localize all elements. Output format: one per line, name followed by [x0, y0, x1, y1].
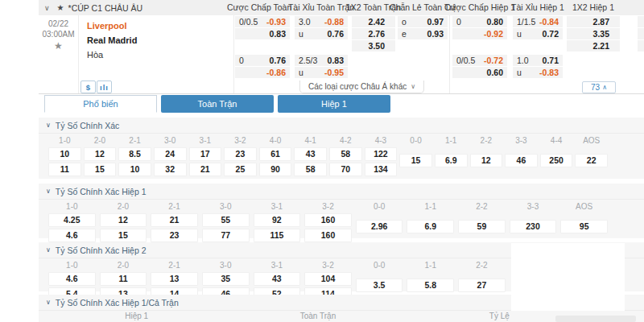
odds-cell[interactable]: 2.76 — [352, 28, 395, 39]
odds-cell[interactable]: 24 — [154, 147, 187, 161]
odds-cell[interactable]: 115 — [254, 229, 301, 242]
odds-cell[interactable]: 250 — [540, 154, 573, 167]
score-label: 3-3 — [510, 202, 557, 212]
odds-cell[interactable]: 35 — [202, 272, 250, 286]
odds-cell[interactable]: e0.93 — [398, 28, 448, 39]
odds-cell[interactable]: 3.50 — [352, 40, 395, 52]
odds-cell[interactable]: 25 — [224, 163, 257, 176]
odds-value: 0.76 — [270, 56, 286, 65]
odds-cell[interactable]: 2.96 — [356, 220, 403, 233]
odds-cell[interactable]: 0/0.5-0.72 — [452, 55, 507, 66]
odds-cell[interactable]: 160 — [304, 229, 352, 242]
odds-cell[interactable]: 15 — [399, 154, 432, 167]
odds-cell[interactable]: 27 — [458, 279, 506, 292]
odds-cell[interactable]: 2.5/30.83 — [295, 55, 348, 66]
odds-cell[interactable]: 3.0-0.88 — [295, 16, 348, 27]
odds-cell[interactable]: 59 — [458, 220, 506, 233]
odds-cell[interactable]: u-0.95 — [295, 67, 348, 78]
odds-cell[interactable]: 2.87 — [567, 16, 620, 27]
odds-cell[interactable]: 4.6 — [48, 272, 96, 286]
odds-cell[interactable]: 00.76 — [235, 55, 290, 66]
odds-cell[interactable]: -0.86 — [235, 67, 290, 78]
odds-cell[interactable]: 00.80 — [452, 16, 507, 27]
odds-cell[interactable]: 0/0.5-0.93 — [235, 16, 290, 27]
odds-cell[interactable]: 3.5 — [356, 279, 403, 292]
odds-cell[interactable]: 32 — [154, 163, 187, 176]
odds-cell[interactable]: 58 — [329, 147, 362, 161]
odds-cell[interactable]: o0.97 — [398, 16, 448, 27]
odds-cell[interactable]: 61 — [259, 147, 292, 161]
match-favorite-star-icon[interactable]: ★ — [39, 41, 78, 52]
odds-cell[interactable]: 2.21 — [567, 40, 620, 52]
odds-cell[interactable]: 12 — [470, 154, 503, 167]
odds-cell[interactable]: 43 — [294, 147, 327, 161]
collapse-chevron-icon[interactable]: ∨ — [44, 4, 50, 12]
odds-cell[interactable]: 22 — [575, 154, 608, 167]
odds-cell[interactable]: 2.42 — [352, 16, 395, 27]
odds-cell[interactable]: 17 — [189, 147, 222, 161]
odds-cell[interactable]: 4.6 — [48, 229, 96, 242]
odds-cell[interactable]: 23 — [151, 229, 198, 242]
tab-hiep-1[interactable]: Hiệp 1 — [278, 95, 390, 113]
odds-cell[interactable]: 6.9 — [407, 220, 454, 233]
odds-cell[interactable]: 8.5 — [118, 147, 151, 161]
odds-cell[interactable]: 12 — [84, 147, 117, 161]
display-option-pill[interactable] — [555, 316, 636, 322]
odds-cell[interactable]: 92 — [254, 213, 301, 227]
odds-cell[interactable]: 4.25 — [48, 213, 96, 227]
odds-cell[interactable]: 43 — [254, 272, 301, 286]
odds-cell[interactable]: 10 — [48, 147, 81, 161]
league-favorite-star-icon[interactable]: ★ — [57, 3, 64, 12]
odds-cell[interactable]: 5.8 — [407, 279, 454, 292]
match-datetime: 02/22 03:00AM ★ — [39, 19, 78, 52]
odds-cell[interactable]: 21 — [189, 163, 222, 176]
odds-cell[interactable]: 95 — [560, 220, 608, 233]
odds-cell[interactable]: 11 — [100, 272, 147, 286]
odds-cell[interactable]: 15 — [84, 163, 117, 176]
odds-cell[interactable]: 134 — [365, 163, 398, 176]
odds-cell[interactable]: 160 — [304, 213, 352, 227]
odds-cell[interactable]: 230 — [510, 220, 557, 233]
odds-cell[interactable]: 0.60 — [452, 67, 507, 78]
odds-cell[interactable]: u0.72 — [513, 28, 563, 39]
odds-cell[interactable]: 58 — [294, 163, 327, 176]
tab-toan-tran[interactable]: Toàn Trận — [161, 95, 274, 113]
section-header[interactable]: ∨ Tỷ Số Chính Xác Hiệp 1 — [39, 184, 644, 200]
odds-cell[interactable]: 3.35 — [567, 28, 620, 39]
odds-cell[interactable]: 46 — [505, 154, 538, 167]
odds-value: 0.83 — [328, 56, 344, 65]
score-label: 1-1 — [407, 261, 454, 270]
odds-cell[interactable]: 10 — [118, 163, 151, 176]
score-label: 2-0 — [100, 202, 147, 212]
statistics-button[interactable]: ılı — [97, 80, 112, 93]
score-column: 3-05577 — [202, 202, 250, 242]
odds-cell[interactable]: u-0.83 — [513, 67, 563, 78]
odds-cell[interactable]: 6.9 — [435, 154, 468, 167]
odds-cell[interactable]: 122 — [365, 147, 398, 161]
odds-cell[interactable]: 90 — [259, 163, 292, 176]
bet-money-button[interactable]: $ — [80, 80, 96, 93]
odds-cell[interactable]: 70 — [329, 163, 362, 176]
odds-cell[interactable]: 104 — [304, 272, 352, 286]
odds-cell[interactable]: 77 — [202, 229, 250, 242]
score-label: AOS — [575, 136, 608, 146]
odds-cell[interactable]: u0.76 — [295, 28, 348, 39]
odds-cell[interactable]: -0.92 — [452, 28, 507, 39]
odds-cell[interactable]: 13 — [151, 272, 198, 286]
odds-cell[interactable]: 0.83 — [235, 28, 290, 39]
tab-pho-bien[interactable]: Phổ biến — [44, 95, 157, 113]
odds-cell[interactable]: 23 — [224, 147, 257, 161]
odds-cell[interactable]: 55 — [202, 213, 250, 227]
odds-cell[interactable]: 15 — [100, 229, 147, 242]
odds-cell[interactable]: 1.00.71 — [513, 55, 563, 66]
score-label: 0-0 — [399, 136, 432, 146]
score-label: 3-1 — [254, 202, 301, 212]
odds-cell[interactable]: 1/1.5-0.84 — [513, 16, 563, 27]
odds-cell[interactable]: 21 — [151, 213, 198, 227]
section-header[interactable]: ∨ Tỷ Số Chính Xác — [39, 118, 644, 134]
odds-cell[interactable]: 12 — [100, 213, 147, 227]
cutoff-odds-cell — [638, 16, 644, 27]
score-label: 2-2 — [458, 261, 506, 270]
odds-cell[interactable]: 11 — [48, 163, 81, 176]
match-time: 03:00AM — [39, 29, 78, 39]
